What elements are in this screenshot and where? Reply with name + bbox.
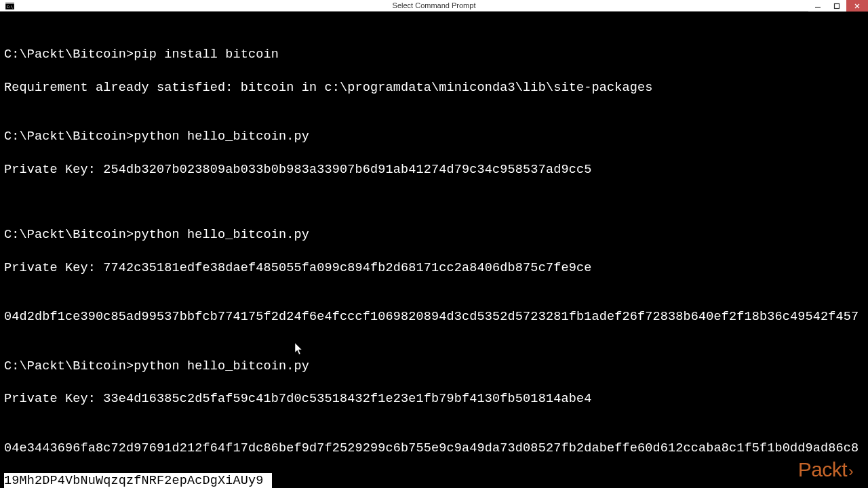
close-button[interactable] bbox=[846, 0, 868, 12]
terminal-line: Private Key: 33e4d16385c2d5faf59c41b7d0c… bbox=[4, 391, 864, 407]
window-title: Select Command Prompt bbox=[393, 1, 476, 9]
terminal-line: C:\Packt\Bitcoin>pip install bitcoin bbox=[4, 47, 864, 63]
terminal-line: Private Key: 254db3207b023809ab033b0b983… bbox=[4, 162, 864, 178]
cmd-icon: C:\ bbox=[4, 0, 15, 11]
window-controls bbox=[808, 0, 868, 12]
terminal-line: 04e3443696fa8c72d97691d212f64f17dc86bef9… bbox=[4, 441, 864, 457]
terminal-line: C:\Packt\Bitcoin>python hello_bitcoin.py bbox=[4, 359, 864, 375]
packt-logo: Packt› bbox=[798, 462, 853, 480]
terminal-area[interactable]: C:\Packt\Bitcoin>pip install bitcoin Req… bbox=[0, 12, 868, 488]
highlighted-selection: 19Mh2DP4VbNuWqzqzfNRF2epAcDgXiAUy9 bbox=[4, 473, 864, 488]
terminal-line: C:\Packt\Bitcoin>python hello_bitcoin.py bbox=[4, 129, 864, 145]
titlebar: C:\ Select Command Prompt bbox=[0, 0, 868, 12]
minimize-button[interactable] bbox=[808, 0, 827, 12]
terminal-line: Private Key: 7742c35181edfe38daef485055f… bbox=[4, 260, 864, 277]
maximize-button[interactable] bbox=[827, 0, 846, 12]
mouse-pointer-icon bbox=[264, 327, 273, 339]
terminal-line: Requirement already satisfied: bitcoin i… bbox=[4, 80, 864, 96]
svg-rect-4 bbox=[835, 3, 840, 8]
svg-rect-1 bbox=[5, 2, 14, 4]
svg-text:C:\: C:\ bbox=[7, 4, 13, 8]
chevron-right-icon: › bbox=[848, 463, 853, 480]
terminal-line: 04d2dbf1ce390c85ad99537bbfcb774175f2d24f… bbox=[4, 309, 864, 325]
terminal-line: C:\Packt\Bitcoin>python hello_bitcoin.py bbox=[4, 227, 864, 243]
